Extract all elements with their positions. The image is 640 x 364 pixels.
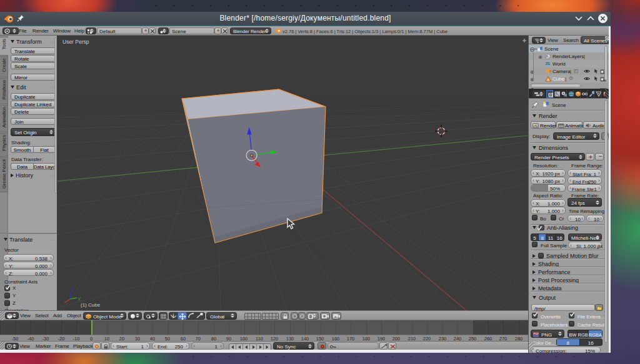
svg-text:(1) Cube: (1) Cube [81,302,101,308]
svg-text:y: y [78,295,81,301]
svg-text:z: z [71,287,74,293]
svg-text:User Persp: User Persp [62,39,89,45]
